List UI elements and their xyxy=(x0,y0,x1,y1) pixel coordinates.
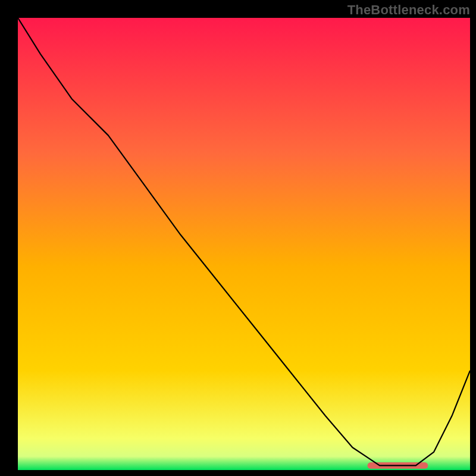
gradient-background xyxy=(18,18,470,470)
watermark-label: TheBottleneck.com xyxy=(347,2,470,18)
chart-frame: TheBottleneck.com xyxy=(0,0,476,476)
chart-canvas xyxy=(18,18,470,470)
